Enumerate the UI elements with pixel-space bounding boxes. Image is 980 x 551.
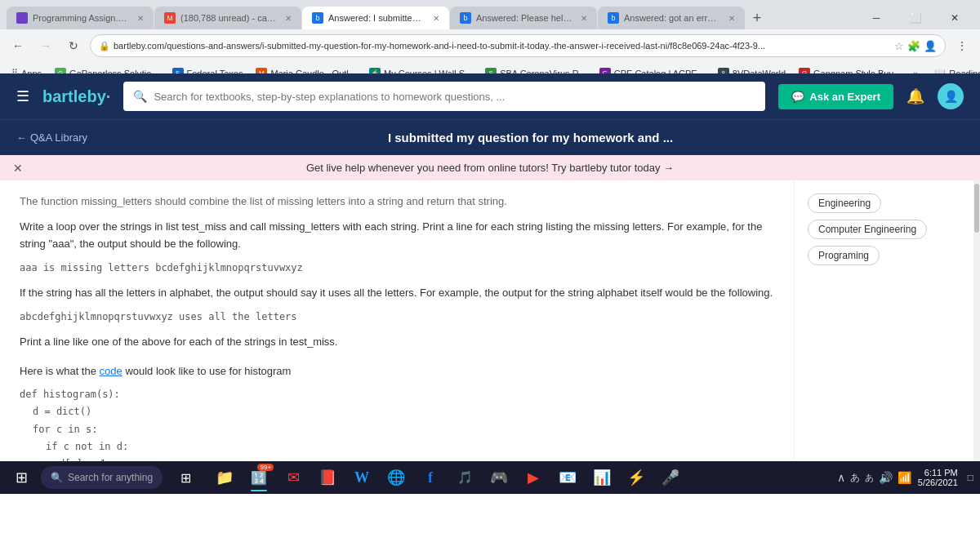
sidebar-right: Engineering Computer Engineering Program… — [794, 180, 973, 461]
section-title-suffix: would look like to use for histogram — [125, 365, 291, 377]
task-view-button[interactable]: ⊞ — [171, 463, 200, 492]
tag-engineering-label: Engineering — [818, 198, 871, 209]
tab-label-3: Answered: I submitted my qu — [328, 13, 425, 23]
bartleby-logo-mark: · — [106, 87, 111, 105]
start-button[interactable]: ⊞ — [7, 463, 36, 492]
extensions-icon[interactable]: 🧩 — [907, 40, 920, 52]
search-input[interactable] — [154, 91, 755, 103]
taskbar-calculator[interactable]: 🔢 99+ — [243, 462, 275, 493]
user-avatar[interactable]: 👤 — [938, 83, 964, 109]
forward-button[interactable]: → — [34, 34, 57, 57]
maximize-button[interactable]: ⬜ — [897, 7, 934, 29]
taskbar-search-icon: 🔍 — [51, 472, 63, 483]
tab-5[interactable]: b Answered: got an error mess ✕ — [598, 7, 745, 29]
address-star[interactable]: ☆ — [894, 40, 904, 52]
taskbar-file-explorer[interactable]: 📁 — [208, 462, 241, 493]
scrollbar-thumb[interactable] — [974, 184, 979, 233]
taskbar-word[interactable]: W — [345, 462, 378, 493]
tab-close-2[interactable]: ✕ — [285, 14, 292, 23]
time-date-display[interactable]: 6:11 PM 5/26/2021 — [918, 468, 958, 487]
volume-icon[interactable]: 🔊 — [879, 471, 893, 484]
hamburger-icon[interactable]: ☰ — [16, 87, 29, 105]
taskbar-search[interactable]: 🔍 Search for anything — [41, 466, 163, 489]
bartleby-header: ☰ bartleby· 🔍 💬 Ask an Expert 🔔 👤 — [0, 73, 980, 119]
tab-favicon-2: M — [164, 12, 176, 24]
taskbar-outlook[interactable]: 📧 — [551, 462, 584, 493]
taskbar-djing[interactable]: 🎵 — [448, 462, 481, 493]
taskbar-thunder[interactable]: ⚡ — [620, 462, 653, 493]
taskbar-edge[interactable]: 🌐 — [380, 462, 412, 493]
minimize-button[interactable]: ─ — [858, 7, 895, 29]
ask-expert-button[interactable]: 💬 Ask an Expert — [778, 84, 893, 109]
sys-icons: ∧ あ あ 🔊 📶 — [837, 471, 911, 485]
youtube-icon: ▶ — [528, 469, 539, 487]
notification-icon[interactable]: 🔔 — [906, 87, 924, 105]
new-tab-button[interactable]: + — [746, 7, 768, 29]
windows-icon: ⊞ — [16, 469, 28, 487]
chevron-up-icon[interactable]: ∧ — [837, 471, 845, 484]
taskbar-apps: 📁 🔢 99+ ✉ 📕 W 🌐 f 🎵 🎮 ▶ — [208, 462, 687, 493]
banner-close-button[interactable]: ✕ — [13, 162, 23, 175]
profile-icon[interactable]: 👤 — [924, 40, 937, 52]
bartleby-logo: bartleby· — [42, 87, 110, 106]
app-active-indicator — [251, 490, 267, 491]
refresh-button[interactable]: ↻ — [62, 34, 85, 57]
taskbar-gaming[interactable]: 🎮 — [483, 462, 515, 493]
banner-text: Get live help whenever you need from onl… — [306, 162, 674, 174]
section-title: Here is what the code would look like to… — [20, 363, 774, 380]
back-link-label: Q&A Library — [30, 131, 87, 144]
chat-icon: 💬 — [791, 91, 804, 103]
djing-icon: 🎵 — [457, 470, 473, 485]
tab-3[interactable]: b Answered: I submitted my qu ✕ — [302, 7, 449, 29]
mail-icon: ✉ — [287, 469, 300, 487]
tab-4[interactable]: b Answered: Please help me wi ✕ — [450, 7, 597, 29]
ime-icon[interactable]: あ — [865, 472, 874, 484]
tab-close-4[interactable]: ✕ — [581, 14, 587, 23]
tag-programing[interactable]: Programing — [808, 246, 880, 265]
banner-link[interactable]: → — [663, 162, 674, 174]
system-tray: ∧ あ あ 🔊 📶 6:11 PM 5/26/2021 □ — [837, 468, 973, 487]
menu-button[interactable]: ⋮ — [951, 34, 973, 57]
code-link[interactable]: code — [100, 365, 122, 377]
code-1: aaa is missing letters bcdefghijklmnopqr… — [20, 260, 774, 276]
tab-close-5[interactable]: ✕ — [728, 14, 735, 23]
scrollbar[interactable] — [973, 180, 980, 461]
tag-computer-engineering-label: Computer Engineering — [818, 224, 916, 235]
facebook-icon: f — [428, 469, 433, 487]
wifi-icon[interactable]: 📶 — [898, 471, 911, 484]
tab-close-3[interactable]: ✕ — [433, 14, 439, 23]
taskbar-app-red[interactable]: 📕 — [311, 462, 344, 493]
tab-close-1[interactable]: ✕ — [137, 14, 144, 23]
code-block: def histogram(s): d = dict() for c in s:… — [20, 387, 774, 461]
tag-engineering[interactable]: Engineering — [808, 193, 881, 213]
thunder-icon: ⚡ — [627, 469, 645, 487]
tag-programing-label: Programing — [818, 250, 869, 261]
file-explorer-icon: 📁 — [216, 469, 234, 487]
taskbar-music[interactable]: 🎤 — [654, 462, 687, 493]
tab-label-4: Answered: Please help me wi — [476, 13, 572, 23]
taskbar-facebook[interactable]: f — [414, 462, 447, 493]
show-desktop-button[interactable]: □ — [968, 472, 973, 483]
language-icon[interactable]: あ — [850, 471, 860, 485]
content-area: The function missing_letters should comb… — [0, 180, 794, 461]
bartleby-logo-text: bartleby — [42, 87, 106, 105]
tab-2[interactable]: M (180,788 unread) - caudlema ✕ — [154, 7, 301, 29]
powerbi-icon: 📊 — [593, 469, 611, 487]
tab-favicon-4: b — [460, 12, 471, 24]
edge-icon: 🌐 — [387, 469, 405, 487]
search-bar[interactable]: 🔍 — [123, 82, 765, 111]
close-button[interactable]: ✕ — [936, 7, 973, 29]
tab-1[interactable]: Programming Assign. Unit 7 ✕ — [7, 7, 154, 29]
address-bar[interactable]: 🔒 bartleby.com/questions-and-answers/i-s… — [90, 34, 946, 57]
section-title-prefix: Here is what the — [20, 365, 100, 377]
taskbar-search-text: Search for anything — [68, 472, 153, 483]
window-controls: ─ ⬜ ✕ — [858, 7, 973, 29]
code-line-1: def histogram(s): — [20, 387, 774, 402]
task-view-icon: ⊞ — [180, 470, 191, 486]
back-link[interactable]: ← Q&A Library — [16, 131, 87, 144]
taskbar-powerbi[interactable]: 📊 — [586, 462, 618, 493]
back-button[interactable]: ← — [7, 34, 29, 57]
tag-computer-engineering[interactable]: Computer Engineering — [808, 220, 927, 239]
taskbar-mail[interactable]: ✉ — [277, 462, 310, 493]
taskbar-youtube[interactable]: ▶ — [517, 462, 550, 493]
